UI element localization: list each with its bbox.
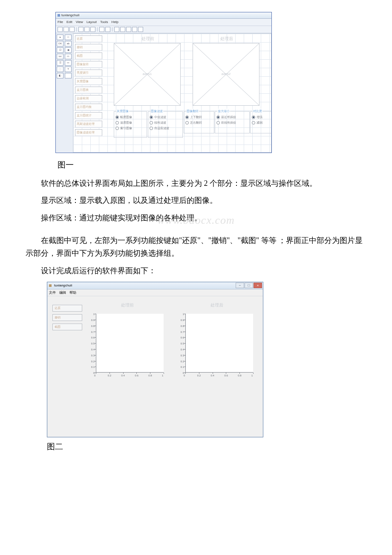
menu-help[interactable]: Help bbox=[112, 19, 118, 25]
sidebar-buttons: 还原 撤销 截图 图像旋转 亮度调节 灰度图像 直方图表 边缘检测 直方图均衡 … bbox=[75, 35, 102, 136]
figure-1-caption: 图一 bbox=[58, 158, 366, 172]
minimize-icon[interactable]: − bbox=[236, 283, 244, 288]
rotate-button[interactable]: 图像旋转 bbox=[75, 61, 102, 68]
inspector-icon[interactable] bbox=[126, 27, 131, 32]
y-tick-label: 0 bbox=[177, 371, 184, 375]
histogram-button[interactable]: 直方图表 bbox=[75, 87, 102, 93]
browser-icon[interactable] bbox=[132, 27, 137, 32]
text-tool-icon[interactable]: txt bbox=[57, 54, 63, 59]
menu-view[interactable]: View bbox=[76, 19, 83, 25]
snapshot-button[interactable]: 截图 bbox=[75, 52, 102, 59]
menu-tools[interactable]: Tools bbox=[100, 19, 108, 25]
radio-flip-vertical[interactable]: 上下翻转 bbox=[185, 115, 213, 120]
toggle-tool-icon[interactable]: ▭ bbox=[65, 60, 72, 66]
select-tool-icon[interactable]: ▸ bbox=[57, 35, 63, 40]
copy-icon[interactable] bbox=[84, 27, 89, 32]
menu-edit[interactable]: Edit bbox=[66, 19, 72, 25]
open-icon[interactable] bbox=[63, 27, 69, 32]
y-tick-label: 0.1 bbox=[177, 365, 184, 369]
pushbutton-tool-icon[interactable]: □ bbox=[65, 35, 72, 40]
plots-area: 处理前 00.10.20.30.40.50.60.70.80.9100.20.4… bbox=[82, 301, 258, 433]
plot-after-title: 处理后 bbox=[176, 301, 258, 309]
radio-reduce[interactable]: 减弱 bbox=[252, 120, 271, 125]
x-tick-mark bbox=[185, 373, 186, 374]
redo-icon[interactable] bbox=[105, 27, 110, 32]
axes-after[interactable]: axes2 bbox=[193, 43, 259, 106]
x-tick-label: 0.2 bbox=[108, 373, 111, 378]
radio-bilinear[interactable]: 双线性插值 bbox=[216, 120, 248, 125]
y-tick-mark bbox=[95, 320, 96, 320]
brightness-button[interactable]: 亮度调节 bbox=[75, 69, 102, 76]
run-icon[interactable] bbox=[138, 27, 143, 32]
undo-icon[interactable] bbox=[99, 27, 104, 32]
group-filter: 图像滤波 中值滤波 线性滤波 自适应滤波 bbox=[148, 111, 183, 138]
menu-layout[interactable]: Layout bbox=[86, 19, 97, 25]
figure-1: tuxiangchuli File Edit View Layout Tools… bbox=[55, 12, 366, 153]
radio-tool-icon[interactable]: ab bbox=[65, 41, 72, 46]
buttongroup-tool-icon[interactable] bbox=[65, 73, 72, 78]
grayscale-button[interactable]: 灰度图像 bbox=[75, 78, 102, 85]
undo-button[interactable]: 撤销 bbox=[52, 314, 82, 321]
group-flip: 图像翻转 上下翻转 左右翻转 bbox=[184, 111, 214, 133]
y-tick-mark bbox=[184, 355, 185, 356]
editor-icon[interactable] bbox=[120, 27, 125, 32]
radio-amplitude[interactable]: 幅度图像 bbox=[115, 115, 145, 120]
paragraph-4: 在截图中可见，左部为一系列功能按键如"还原"、"撤销"、"截图" 等等 ；界面正… bbox=[26, 234, 366, 260]
popup-tool-icon[interactable]: ▭ bbox=[65, 54, 72, 59]
group-resize-legend: 放大缩小 bbox=[217, 109, 230, 114]
radio-indexed[interactable]: 索引图像 bbox=[115, 126, 145, 131]
radio-adaptive[interactable]: 自适应滤波 bbox=[150, 126, 181, 131]
paste-icon[interactable] bbox=[90, 27, 95, 32]
radio-icon bbox=[252, 116, 255, 119]
x-tick-label: 0.6 bbox=[135, 373, 138, 378]
close-icon[interactable]: × bbox=[254, 283, 262, 288]
x-tick-mark bbox=[226, 373, 226, 374]
new-icon[interactable] bbox=[58, 27, 63, 32]
plot-after: 00.10.20.30.40.50.60.70.80.9100.20.40.60… bbox=[176, 312, 255, 380]
y-tick-label: 0.8 bbox=[177, 324, 184, 328]
filter-button[interactable]: 图像滤波处理 bbox=[75, 129, 102, 136]
radio-median[interactable]: 中值滤波 bbox=[150, 115, 181, 120]
histstat-button[interactable]: 直方图统计 bbox=[75, 112, 102, 119]
axes-before[interactable]: axes1 bbox=[114, 43, 181, 106]
x-tick-label: 0.8 bbox=[238, 373, 241, 378]
axes-before-label: axes1 bbox=[143, 71, 152, 77]
table-tool-icon[interactable]: ⬚ bbox=[57, 66, 63, 72]
restore-button[interactable]: 还原 bbox=[52, 305, 82, 312]
histeq-button[interactable]: 直方图均衡 bbox=[75, 104, 102, 110]
panel-tool-icon[interactable]: ◧ bbox=[57, 73, 63, 78]
y-tick-label: 0.3 bbox=[177, 353, 184, 358]
align-icon[interactable] bbox=[114, 27, 119, 32]
snapshot-button[interactable]: 截图 bbox=[52, 324, 82, 330]
group-grayscale: 灰度图像 幅度图像 温度图像 索引图像 bbox=[114, 111, 147, 138]
radio-nearest[interactable]: 最近邻插值 bbox=[216, 115, 248, 120]
y-tick-label: 0.4 bbox=[88, 347, 95, 352]
save-icon[interactable] bbox=[69, 27, 75, 32]
radio-linear[interactable]: 线性滤波 bbox=[150, 120, 181, 125]
menu-edit[interactable]: 编辑 bbox=[59, 290, 66, 296]
paragraph-1: 软件的总体设计界面布局如上图所示，主要分为 2 个部分：显示区域与操作区域。 bbox=[26, 177, 366, 190]
radio-flip-horizontal[interactable]: 左右翻转 bbox=[185, 120, 213, 125]
menu-help[interactable]: 帮助 bbox=[69, 290, 76, 296]
slider-tool-icon[interactable]: OK bbox=[57, 41, 63, 46]
cut-icon[interactable] bbox=[78, 27, 84, 32]
edit-tool-icon[interactable]: ◉ bbox=[65, 47, 72, 53]
axes-tool-icon[interactable]: T bbox=[65, 66, 72, 72]
radio-enhance[interactable]: 增强 bbox=[252, 115, 271, 120]
restore-button[interactable]: 还原 bbox=[75, 35, 102, 42]
edge-button[interactable]: 边缘检测 bbox=[75, 95, 102, 102]
gaussian-button[interactable]: 高斯滤波处理 bbox=[75, 121, 102, 127]
layout-canvas[interactable]: 还原 撤销 截图 图像旋转 亮度调节 灰度图像 直方图表 边缘检测 直方图均衡 … bbox=[73, 33, 271, 153]
window-title: tuxiangchuli bbox=[61, 12, 79, 18]
separator bbox=[97, 27, 98, 32]
maximize-icon[interactable]: □ bbox=[245, 283, 253, 288]
radio-icon bbox=[115, 121, 119, 124]
checkbox-tool-icon[interactable]: ☑ bbox=[57, 47, 63, 53]
y-tick-label: 0 bbox=[88, 371, 95, 375]
listbox-tool-icon[interactable]: ☰ bbox=[57, 60, 63, 66]
menu-file[interactable]: 文件 bbox=[49, 290, 56, 296]
radio-temperature[interactable]: 温度图像 bbox=[115, 120, 145, 125]
undo-button[interactable]: 撤销 bbox=[75, 44, 102, 51]
menu-file[interactable]: File bbox=[58, 19, 63, 25]
radio-icon bbox=[150, 116, 153, 119]
